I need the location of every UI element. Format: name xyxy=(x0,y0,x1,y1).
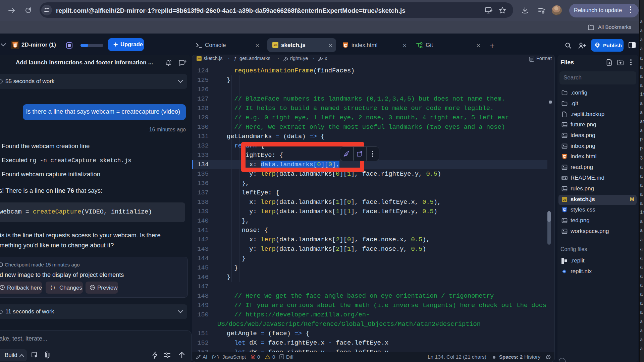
svg-text:JS: JS xyxy=(563,198,566,202)
